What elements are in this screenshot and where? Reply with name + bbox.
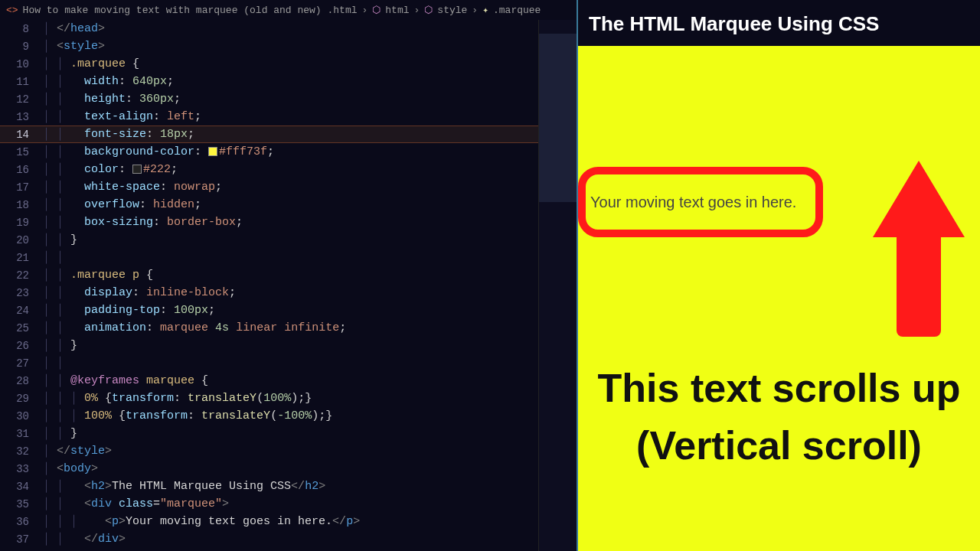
- code-line[interactable]: 18│ │ overflow: hidden;: [0, 196, 577, 214]
- code-line[interactable]: 29│ │ │ 0% {transform: translateY(100%);…: [0, 390, 577, 407]
- code-line[interactable]: 37│ │ </div>: [0, 530, 577, 548]
- code-content[interactable]: │ <style>: [43, 40, 577, 53]
- line-number: 24: [0, 305, 43, 317]
- code-content[interactable]: │ </style>: [43, 445, 577, 458]
- code-content[interactable]: │ │ color: #222;: [43, 163, 577, 176]
- line-number: 33: [0, 463, 43, 475]
- marquee-moving-text: Your moving text goes in here.: [590, 194, 796, 211]
- code-line[interactable]: 31│ │ }: [0, 425, 577, 442]
- line-number: 9: [0, 41, 43, 53]
- minimap[interactable]: [538, 20, 577, 551]
- code-line[interactable]: 15│ │ background-color: #fff73f;: [0, 143, 577, 161]
- line-number: 22: [0, 269, 43, 282]
- line-number: 29: [0, 393, 43, 405]
- code-line[interactable]: 21│ │: [0, 249, 577, 266]
- code-line[interactable]: 35│ │ <div class="marquee">: [0, 495, 577, 513]
- line-number: 18: [0, 199, 43, 211]
- code-line[interactable]: 10│ │ .marquee {: [0, 55, 577, 73]
- code-line[interactable]: 24│ │ padding-top: 100px;: [0, 302, 577, 319]
- minimap-viewport[interactable]: [539, 34, 577, 202]
- code-line[interactable]: 17│ │ white-space: nowrap;: [0, 178, 577, 196]
- code-content[interactable]: │ │ │ 100% {transform: translateY(-100%)…: [43, 409, 577, 422]
- code-content[interactable]: │ │ │ 0% {transform: translateY(100%);}: [43, 392, 577, 405]
- line-number: 14: [0, 129, 43, 141]
- code-line[interactable]: 36│ │ │ <p>Your moving text goes in here…: [0, 513, 577, 530]
- highlight-annotation-box: Your moving text goes in here.: [578, 167, 823, 237]
- line-number: 32: [0, 445, 43, 458]
- code-content[interactable]: │ │ height: 360px;: [43, 93, 577, 106]
- code-line[interactable]: 27│ │: [0, 354, 577, 372]
- code-content[interactable]: │ │ }: [43, 233, 577, 246]
- file-icon: <>: [6, 5, 18, 16]
- code-line[interactable]: 33│ <body>: [0, 460, 577, 478]
- code-content[interactable]: │ │ }: [43, 427, 577, 440]
- line-number: 20: [0, 234, 43, 246]
- code-line[interactable]: 9│ <style>: [0, 37, 577, 55]
- code-content[interactable]: │ │ }: [43, 339, 577, 352]
- code-content[interactable]: │ │ .marquee {: [43, 57, 577, 70]
- code-line[interactable]: 20│ │ }: [0, 231, 577, 249]
- code-content[interactable]: │ │ @keyframes marquee {: [43, 374, 577, 387]
- code-line[interactable]: 32│ </style>: [0, 442, 577, 460]
- line-number: 21: [0, 252, 43, 264]
- breadcrumb-style[interactable]: style: [437, 5, 467, 16]
- code-content[interactable]: │ │ width: 640px;: [43, 75, 577, 88]
- breadcrumb-sep: ›: [414, 5, 420, 16]
- code-line[interactable]: 8│ </head>: [0, 20, 577, 37]
- code-content[interactable]: │ │ background-color: #fff73f;: [43, 145, 577, 158]
- code-content[interactable]: │ │ overflow: hidden;: [43, 198, 577, 211]
- code-line[interactable]: 30│ │ │ 100% {transform: translateY(-100…: [0, 407, 577, 425]
- breadcrumb[interactable]: <> How to make moving text with marquee …: [0, 0, 577, 20]
- code-line[interactable]: 19│ │ box-sizing: border-box;: [0, 214, 577, 231]
- code-content[interactable]: │ │ box-sizing: border-box;: [43, 216, 577, 229]
- code-content[interactable]: │ │ <h2>The HTML Marquee Using CSS</h2>: [43, 480, 577, 493]
- code-content[interactable]: │ </head>: [43, 22, 577, 35]
- code-content[interactable]: │ │ animation: marquee 4s linear infinit…: [43, 321, 577, 334]
- code-content[interactable]: │ │ </div>: [43, 533, 577, 546]
- code-content[interactable]: │ │ <div class="marquee">: [43, 497, 577, 510]
- line-number: 27: [0, 357, 43, 370]
- line-number: 13: [0, 111, 43, 123]
- code-line[interactable]: 23│ │ display: inline-block;: [0, 284, 577, 302]
- line-number: 25: [0, 322, 43, 334]
- code-line[interactable]: 14│ │ font-size: 18px;: [0, 126, 577, 143]
- code-content[interactable]: │ │ padding-top: 100px;: [43, 304, 577, 317]
- code-line[interactable]: 13│ │ text-align: left;: [0, 108, 577, 126]
- code-content[interactable]: │ │ text-align: left;: [43, 110, 577, 123]
- breadcrumb-sep: ›: [361, 5, 368, 16]
- code-line[interactable]: 22│ │ .marquee p {: [0, 266, 577, 284]
- line-number: 23: [0, 287, 43, 299]
- preview-heading: The HTML Marquee Using CSS: [578, 0, 980, 48]
- line-number: 15: [0, 146, 43, 158]
- code-content[interactable]: │ │ font-size: 18px;: [43, 128, 577, 141]
- line-number: 10: [0, 58, 43, 70]
- line-number: 8: [0, 23, 43, 35]
- breadcrumb-selector[interactable]: .marquee: [493, 5, 541, 16]
- code-editor-pane[interactable]: <> How to make moving text with marquee …: [0, 0, 578, 551]
- code-content[interactable]: │ │ .marquee p {: [43, 269, 577, 282]
- code-line[interactable]: 25│ │ animation: marquee 4s linear infin…: [0, 319, 577, 337]
- code-content[interactable]: │ │ white-space: nowrap;: [43, 181, 577, 194]
- code-line[interactable]: 11│ │ width: 640px;: [0, 73, 577, 90]
- code-area[interactable]: 8│ </head>9│ <style>10│ │ .marquee {11│ …: [0, 20, 577, 551]
- breadcrumb-html[interactable]: html: [385, 5, 409, 16]
- line-number: 30: [0, 410, 43, 422]
- code-line[interactable]: 16│ │ color: #222;: [0, 161, 577, 178]
- code-line[interactable]: 26│ │ }: [0, 337, 577, 354]
- preview-pane: The HTML Marquee Using CSS Your moving t…: [578, 0, 980, 551]
- code-line[interactable]: 34│ │ <h2>The HTML Marquee Using CSS</h2…: [0, 478, 577, 495]
- code-content[interactable]: │ │: [43, 251, 577, 264]
- code-content[interactable]: │ <body>: [43, 462, 577, 475]
- breadcrumb-sep: ›: [472, 5, 478, 16]
- code-content[interactable]: │ │ display: inline-block;: [43, 286, 577, 299]
- line-number: 12: [0, 93, 43, 106]
- breadcrumb-file[interactable]: How to make moving text with marquee (ol…: [23, 5, 358, 16]
- line-number: 28: [0, 375, 43, 387]
- code-content[interactable]: │ │ │ <p>Your moving text goes in here.<…: [43, 515, 577, 528]
- line-number: 31: [0, 428, 43, 440]
- cube-icon: ⬡: [372, 4, 381, 16]
- line-number: 26: [0, 340, 43, 352]
- code-content[interactable]: │ │: [43, 357, 577, 370]
- code-line[interactable]: 28│ │ @keyframes marquee {: [0, 372, 577, 390]
- code-line[interactable]: 12│ │ height: 360px;: [0, 90, 577, 108]
